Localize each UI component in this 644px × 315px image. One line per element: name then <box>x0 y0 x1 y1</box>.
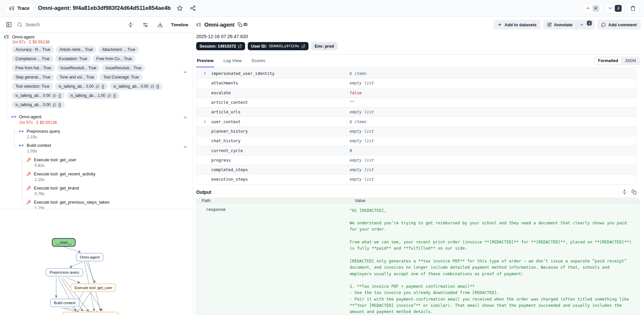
table-row[interactable]: impersonated_user_identity 6 items <box>196 69 636 78</box>
tree-node-root[interactable]: Omni-agent <box>4 34 34 39</box>
graph-node-omni-agent[interactable]: Omni-agent <box>76 253 104 261</box>
annotate-pen-icon <box>547 22 552 27</box>
format-toggle: Formatted JSON <box>594 56 640 65</box>
annotate-button-group: Annotate 1 <box>543 20 595 30</box>
user-id-link[interactable]: User ID: SDAHUSLy9f1CHo <box>248 42 309 50</box>
score-badge[interactable]: Step generat... True <box>12 74 54 81</box>
detail-header: Omni-agent ID Add to datasets Annotate <box>196 20 641 30</box>
star-icon[interactable] <box>175 4 184 12</box>
score-badge[interactable]: Article retrie... True <box>56 46 96 53</box>
score-badge[interactable]: Attachment ... True <box>98 46 139 53</box>
chevron-down-icon[interactable] <box>183 145 188 149</box>
fold-vertical-icon[interactable] <box>126 21 135 29</box>
format-formatted-option[interactable]: Formatted <box>595 57 621 64</box>
graph-node-preprocess-query[interactable]: Preprocess query <box>46 268 83 277</box>
expand-vertical-icon[interactable] <box>622 190 627 194</box>
chevron-down-icon <box>580 23 584 27</box>
graph-node-start[interactable]: __start__ <box>52 238 76 247</box>
external-link-icon <box>238 44 242 48</box>
tree-guide-elbow <box>22 187 26 191</box>
score-badge[interactable]: Escalation: True <box>55 55 91 62</box>
chevron-down-icon[interactable] <box>183 115 188 120</box>
output-title: Output <box>196 190 211 195</box>
score-badge[interactable]: is_talking_ab... 0.00{} <box>12 92 65 99</box>
graph-node-build-context[interactable]: Build context <box>50 299 80 307</box>
copy-id-button[interactable]: ID <box>238 22 248 27</box>
sidebar-toolbar: Timeline <box>0 17 193 33</box>
list-tree-icon <box>196 22 201 27</box>
prev-trace-button[interactable]: K <box>583 3 602 14</box>
search-icon <box>17 22 22 27</box>
graph-node-execute-get-user[interactable]: Execute tool: get_user <box>71 283 116 292</box>
annotate-button[interactable]: Annotate <box>543 20 576 30</box>
table-row: planner_history empty list <box>196 126 636 136</box>
span-duration: 0.76s <box>34 191 45 196</box>
table-row: completed_steps empty list <box>196 165 636 174</box>
score-badge[interactable]: Tool selection: True <box>12 83 53 90</box>
score-badge[interactable]: IssueResoluti... True <box>57 64 100 72</box>
score-badge[interactable]: is_talking_ab... 1.00{} <box>67 92 120 99</box>
span-move-icon <box>19 129 24 134</box>
tree-node-preprocess[interactable]: Preprocess query <box>19 129 60 134</box>
score-badge[interactable]: is_talking_ab... 0.00{} <box>12 101 65 108</box>
score-badge[interactable]: Free from hal... True <box>12 64 55 72</box>
collapse-panel-icon[interactable] <box>5 20 13 29</box>
tree-guide-elbow <box>14 144 18 148</box>
score-badge[interactable]: is_talking_ab... 0.00{} <box>55 83 108 90</box>
score-badge[interactable]: Tone and voi... True <box>56 74 98 81</box>
next-trace-button[interactable]: J <box>605 3 625 14</box>
tree-node-build-context[interactable]: Build context <box>19 143 51 148</box>
score-badge[interactable]: IssueResoluti... True <box>102 64 145 72</box>
chevron-right-icon[interactable] <box>203 71 210 76</box>
span-move-icon <box>19 143 24 148</box>
tree-node-tool-get-brand[interactable]: Execute tool: get_brand <box>26 186 79 191</box>
trace-breadcrumb[interactable]: Trace <box>5 3 34 13</box>
add-comment-button[interactable]: Add comment <box>597 20 641 30</box>
share-icon[interactable] <box>189 4 197 12</box>
tree-node-agent[interactable]: Omni-agent <box>11 114 41 119</box>
table-row: progress empty list <box>196 155 636 165</box>
tab-log-view[interactable]: Log View <box>223 55 242 67</box>
graph-node-partial[interactable] <box>62 312 119 315</box>
tree-node-tool-get-user[interactable]: Execute tool: get_user <box>26 157 76 162</box>
tree-node-tool-get-recent-activity[interactable]: Execute tool: get_recent_activity <box>26 171 95 176</box>
span-name: Build context <box>27 143 51 148</box>
display-settings-icon[interactable] <box>141 21 150 29</box>
score-badge[interactable]: Compliance ... True <box>12 55 53 62</box>
table-row: article_urls empty list <box>196 107 636 117</box>
wrench-icon <box>26 172 31 176</box>
tree-guide-elbow <box>22 158 26 162</box>
score-badge[interactable]: Accuracy - R... True <box>12 46 54 53</box>
tab-scores[interactable]: Scores <box>251 55 266 67</box>
comment-bubble-icon <box>150 84 154 88</box>
copy-icon[interactable] <box>632 190 636 194</box>
tree-node-tool-get-previous-steps-taken[interactable]: Execute tool: get_previous_steps_taken <box>26 200 110 205</box>
table-row: attachments empty list <box>196 78 636 88</box>
comment-bubble-icon <box>601 22 606 27</box>
score-badge[interactable]: Free from Co... True <box>93 55 135 62</box>
graph-edges <box>0 209 193 315</box>
score-badges: Accuracy - R... True Article retrie... T… <box>12 46 192 108</box>
wrench-icon <box>26 158 31 162</box>
search-input[interactable] <box>25 22 91 27</box>
comment-bubble-icon <box>96 84 100 88</box>
chevron-down-icon[interactable] <box>183 70 188 75</box>
add-to-datasets-button[interactable]: Add to datasets <box>494 20 540 30</box>
wrench-icon <box>26 200 31 205</box>
delete-trace-button[interactable] <box>627 3 639 13</box>
table-row[interactable]: user_context 6 items <box>196 117 636 126</box>
session-link[interactable]: Session: 14910372 <box>196 42 245 50</box>
download-icon[interactable] <box>156 21 164 29</box>
chevron-right-icon[interactable] <box>203 120 210 124</box>
trace-tree-sidebar: Timeline Omni-agent 2m 57s Σ $0.55138 <box>0 17 193 315</box>
score-badge[interactable]: is_talking_ab... 0.00{} <box>110 83 163 90</box>
annotate-dropdown[interactable]: 1 <box>577 20 595 30</box>
score-badge[interactable]: Tool Coverage: True <box>100 74 142 81</box>
timeline-toggle[interactable]: Timeline <box>171 22 188 27</box>
format-json-option[interactable]: JSON <box>621 57 639 64</box>
tab-preview[interactable]: Preview <box>196 55 214 67</box>
chevron-down-icon <box>608 6 612 11</box>
chevron-up-icon <box>586 6 590 11</box>
span-duration: 1.15s <box>34 206 45 209</box>
tree-guide-line <box>7 40 7 116</box>
